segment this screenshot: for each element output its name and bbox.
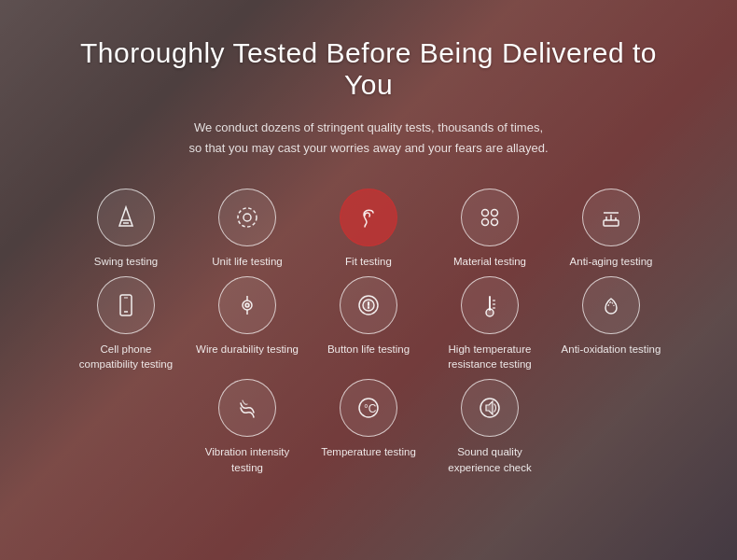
svg-point-6 (492, 210, 498, 217)
svg-point-20 (245, 303, 249, 307)
icons-row-3: Vibration intensity testing °C Temperatu… (191, 379, 546, 474)
svg-point-26 (486, 309, 494, 316)
high-temp-testing-label: High temperature resistance testing (434, 342, 546, 371)
oxidation-icon (597, 291, 625, 319)
material-testing-label: Material testing (453, 254, 526, 269)
anti-oxidation-testing-item: Anti-oxidation testing (555, 276, 667, 371)
sound-quality-testing-label: Sound quality experience check (434, 444, 546, 474)
subtitle-line2: so that you may cast your worries away a… (188, 141, 548, 155)
fit-testing-circle (340, 189, 397, 246)
high-temp-testing-item: High temperature resistance testing (434, 276, 546, 371)
material-icon (476, 203, 504, 231)
page-subtitle: We conduct dozens of stringent quality t… (56, 118, 681, 159)
gear-icon (233, 203, 261, 231)
aging-icon (597, 203, 625, 231)
cell-phone-testing-label: Cell phone compatibility testing (70, 342, 182, 371)
anti-aging-testing-item: Anti-aging testing (555, 189, 667, 269)
vibration-testing-item: Vibration intensity testing (191, 379, 303, 474)
button-life-testing-label: Button life testing (327, 342, 410, 357)
fit-testing-item: Fit testing (313, 189, 424, 269)
testing-icons-grid: Swing testing Unit life testing (56, 189, 681, 474)
sound-quality-testing-item: Sound quality experience check (434, 379, 546, 474)
temperature-testing-circle: °C (340, 379, 397, 437)
svg-point-4 (238, 208, 257, 227)
celsius-icon: °C (355, 394, 382, 422)
wire-durability-testing-item: Wire durability testing (191, 276, 303, 371)
temperature-testing-item: °C Temperature testing (313, 379, 424, 474)
svg-point-7 (482, 219, 489, 226)
anti-oxidation-testing-circle (582, 276, 640, 334)
phone-icon (112, 291, 140, 319)
sound-icon (476, 394, 504, 422)
svg-text:°C: °C (364, 402, 377, 415)
subtitle-line1: We conduct dozens of stringent quality t… (194, 120, 543, 134)
wire-durability-testing-label: Wire durability testing (196, 342, 299, 357)
anti-oxidation-testing-label: Anti-oxidation testing (562, 342, 661, 357)
vibration-testing-label: Vibration intensity testing (191, 444, 303, 474)
material-testing-circle (461, 189, 519, 246)
wire-icon (233, 291, 261, 319)
thermometer-icon (476, 291, 504, 319)
unit-life-testing-item: Unit life testing (191, 189, 303, 269)
swing-icon (112, 203, 140, 231)
sound-quality-testing-circle (461, 379, 519, 437)
swing-testing-circle (97, 189, 155, 246)
svg-point-8 (492, 219, 498, 226)
svg-point-5 (482, 210, 489, 217)
button-life-testing-circle (340, 276, 397, 334)
button-icon (355, 291, 382, 319)
wire-durability-testing-circle (218, 276, 276, 334)
cell-phone-testing-circle (97, 276, 155, 334)
ear-icon (355, 203, 382, 231)
swing-testing-item: Swing testing (70, 189, 182, 269)
temperature-testing-label: Temperature testing (321, 444, 416, 459)
main-content: Thoroughly Tested Before Being Delivered… (0, 0, 737, 494)
vibration-icon (233, 394, 261, 422)
cell-phone-testing-item: Cell phone compatibility testing (70, 276, 182, 371)
page-title: Thoroughly Tested Before Being Delivered… (56, 37, 681, 101)
icons-row-1: Swing testing Unit life testing (70, 189, 667, 269)
vibration-testing-circle (218, 379, 276, 437)
anti-aging-testing-label: Anti-aging testing (570, 254, 653, 269)
unit-life-testing-circle (218, 189, 276, 246)
fit-testing-label: Fit testing (345, 254, 392, 269)
swing-testing-label: Swing testing (94, 254, 158, 269)
button-life-testing-item: Button life testing (313, 276, 424, 371)
material-testing-item: Material testing (434, 189, 546, 269)
anti-aging-testing-circle (582, 189, 640, 246)
icons-row-2: Cell phone compatibility testing Wire du… (70, 276, 667, 371)
unit-life-testing-label: Unit life testing (212, 254, 282, 269)
svg-rect-9 (604, 220, 619, 226)
svg-point-3 (243, 214, 251, 221)
high-temp-testing-circle (461, 276, 519, 334)
